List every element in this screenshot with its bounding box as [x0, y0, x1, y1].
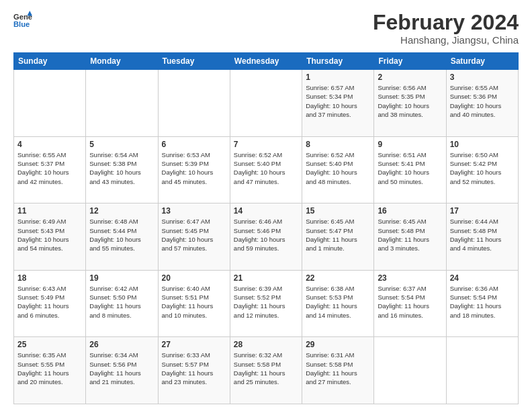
location: Hanshang, Jiangsu, China — [373, 34, 519, 46]
day-info: Sunrise: 6:48 AMSunset: 5:44 PMDaylight:… — [89, 217, 154, 253]
calendar-cell: 11Sunrise: 6:49 AMSunset: 5:43 PMDayligh… — [14, 203, 86, 271]
day-number: 2 — [378, 73, 442, 82]
day-number: 7 — [234, 140, 298, 149]
day-info: Sunrise: 6:36 AMSunset: 5:54 PMDaylight:… — [450, 284, 515, 320]
day-number: 20 — [162, 273, 226, 283]
calendar-cell: 2Sunrise: 6:56 AMSunset: 5:35 PMDaylight… — [374, 70, 446, 137]
day-number: 24 — [450, 273, 515, 283]
col-friday: Friday — [374, 53, 446, 70]
calendar-cell: 4Sunrise: 6:55 AMSunset: 5:37 PMDaylight… — [14, 136, 86, 203]
day-info: Sunrise: 6:37 AMSunset: 5:54 PMDaylight:… — [378, 284, 442, 320]
header: General Blue February 2024 Hanshang, Jia… — [13, 11, 519, 46]
day-info: Sunrise: 6:33 AMSunset: 5:57 PMDaylight:… — [162, 351, 226, 386]
day-number: 1 — [306, 73, 370, 82]
calendar-header-row: Sunday Monday Tuesday Wednesday Thursday… — [14, 53, 519, 70]
day-info: Sunrise: 6:34 AMSunset: 5:56 PMDaylight:… — [89, 351, 154, 386]
day-info: Sunrise: 6:53 AMSunset: 5:39 PMDaylight:… — [162, 150, 226, 186]
calendar-cell: 7Sunrise: 6:52 AMSunset: 5:40 PMDaylight… — [230, 136, 302, 203]
calendar-cell: 25Sunrise: 6:35 AMSunset: 5:55 PMDayligh… — [14, 337, 86, 404]
day-info: Sunrise: 6:38 AMSunset: 5:53 PMDaylight:… — [306, 284, 370, 320]
day-info: Sunrise: 6:50 AMSunset: 5:42 PMDaylight:… — [450, 150, 515, 186]
calendar-table: Sunday Monday Tuesday Wednesday Thursday… — [13, 52, 519, 404]
day-number: 5 — [89, 140, 154, 149]
day-info: Sunrise: 6:44 AMSunset: 5:48 PMDaylight:… — [450, 217, 515, 253]
calendar-cell — [14, 70, 86, 137]
day-number: 27 — [162, 340, 226, 349]
day-number: 3 — [450, 73, 515, 82]
day-info: Sunrise: 6:39 AMSunset: 5:52 PMDaylight:… — [234, 284, 298, 320]
calendar-week-1: 4Sunrise: 6:55 AMSunset: 5:37 PMDaylight… — [14, 136, 519, 203]
calendar-cell: 10Sunrise: 6:50 AMSunset: 5:42 PMDayligh… — [446, 136, 518, 203]
calendar-cell: 1Sunrise: 6:57 AMSunset: 5:34 PMDaylight… — [302, 70, 374, 137]
day-info: Sunrise: 6:56 AMSunset: 5:35 PMDaylight:… — [378, 83, 442, 119]
calendar-week-4: 25Sunrise: 6:35 AMSunset: 5:55 PMDayligh… — [14, 337, 519, 404]
calendar-cell: 9Sunrise: 6:51 AMSunset: 5:41 PMDaylight… — [374, 136, 446, 203]
day-number: 26 — [89, 340, 154, 349]
calendar-cell: 12Sunrise: 6:48 AMSunset: 5:44 PMDayligh… — [86, 203, 158, 271]
day-info: Sunrise: 6:52 AMSunset: 5:40 PMDaylight:… — [234, 150, 298, 186]
title-section: February 2024 Hanshang, Jiangsu, China — [373, 11, 519, 46]
calendar-cell: 18Sunrise: 6:43 AMSunset: 5:49 PMDayligh… — [14, 270, 86, 337]
calendar-cell: 29Sunrise: 6:31 AMSunset: 5:58 PMDayligh… — [302, 337, 374, 404]
day-number: 16 — [378, 206, 442, 216]
col-tuesday: Tuesday — [158, 53, 230, 70]
day-info: Sunrise: 6:32 AMSunset: 5:58 PMDaylight:… — [234, 351, 298, 386]
day-number: 17 — [450, 206, 515, 216]
calendar-cell — [230, 70, 302, 137]
day-number: 15 — [306, 206, 370, 216]
calendar-cell: 24Sunrise: 6:36 AMSunset: 5:54 PMDayligh… — [446, 270, 518, 337]
calendar-cell: 16Sunrise: 6:45 AMSunset: 5:48 PMDayligh… — [374, 203, 446, 271]
day-number: 12 — [89, 206, 154, 216]
calendar-cell: 5Sunrise: 6:54 AMSunset: 5:38 PMDaylight… — [86, 136, 158, 203]
logo-icon: General Blue — [13, 11, 32, 30]
day-info: Sunrise: 6:51 AMSunset: 5:41 PMDaylight:… — [378, 150, 442, 186]
col-thursday: Thursday — [302, 53, 374, 70]
calendar-cell: 17Sunrise: 6:44 AMSunset: 5:48 PMDayligh… — [446, 203, 518, 271]
calendar-cell: 28Sunrise: 6:32 AMSunset: 5:58 PMDayligh… — [230, 337, 302, 404]
day-number: 8 — [306, 140, 370, 149]
calendar-cell: 22Sunrise: 6:38 AMSunset: 5:53 PMDayligh… — [302, 270, 374, 337]
day-info: Sunrise: 6:54 AMSunset: 5:38 PMDaylight:… — [89, 150, 154, 186]
day-info: Sunrise: 6:40 AMSunset: 5:51 PMDaylight:… — [162, 284, 226, 320]
calendar-cell: 23Sunrise: 6:37 AMSunset: 5:54 PMDayligh… — [374, 270, 446, 337]
logo: General Blue — [13, 11, 32, 30]
day-number: 9 — [378, 140, 442, 149]
svg-text:Blue: Blue — [13, 20, 30, 28]
day-number: 6 — [162, 140, 226, 149]
calendar-cell: 8Sunrise: 6:52 AMSunset: 5:40 PMDaylight… — [302, 136, 374, 203]
day-info: Sunrise: 6:47 AMSunset: 5:45 PMDaylight:… — [162, 217, 226, 253]
day-number: 28 — [234, 340, 298, 349]
month-title: February 2024 — [373, 11, 519, 34]
day-info: Sunrise: 6:52 AMSunset: 5:40 PMDaylight:… — [306, 150, 370, 186]
day-number: 29 — [306, 340, 370, 349]
day-number: 23 — [378, 273, 442, 283]
day-number: 13 — [162, 206, 226, 216]
day-number: 18 — [17, 273, 82, 283]
calendar-cell: 13Sunrise: 6:47 AMSunset: 5:45 PMDayligh… — [158, 203, 230, 271]
day-info: Sunrise: 6:43 AMSunset: 5:49 PMDaylight:… — [17, 284, 82, 320]
calendar-cell: 6Sunrise: 6:53 AMSunset: 5:39 PMDaylight… — [158, 136, 230, 203]
day-info: Sunrise: 6:31 AMSunset: 5:58 PMDaylight:… — [306, 351, 370, 386]
day-info: Sunrise: 6:35 AMSunset: 5:55 PMDaylight:… — [17, 351, 82, 386]
day-number: 21 — [234, 273, 298, 283]
day-info: Sunrise: 6:42 AMSunset: 5:50 PMDaylight:… — [89, 284, 154, 320]
day-number: 11 — [17, 206, 82, 216]
col-monday: Monday — [86, 53, 158, 70]
day-info: Sunrise: 6:55 AMSunset: 5:37 PMDaylight:… — [17, 150, 82, 186]
calendar-cell: 14Sunrise: 6:46 AMSunset: 5:46 PMDayligh… — [230, 203, 302, 271]
calendar-cell: 20Sunrise: 6:40 AMSunset: 5:51 PMDayligh… — [158, 270, 230, 337]
day-number: 25 — [17, 340, 82, 349]
calendar-cell: 15Sunrise: 6:45 AMSunset: 5:47 PMDayligh… — [302, 203, 374, 271]
day-number: 10 — [450, 140, 515, 149]
day-info: Sunrise: 6:46 AMSunset: 5:46 PMDaylight:… — [234, 217, 298, 253]
day-number: 14 — [234, 206, 298, 216]
calendar-cell: 21Sunrise: 6:39 AMSunset: 5:52 PMDayligh… — [230, 270, 302, 337]
day-info: Sunrise: 6:45 AMSunset: 5:47 PMDaylight:… — [306, 217, 370, 253]
calendar-week-0: 1Sunrise: 6:57 AMSunset: 5:34 PMDaylight… — [14, 70, 519, 137]
day-number: 19 — [89, 273, 154, 283]
day-number: 4 — [17, 140, 82, 149]
calendar-week-2: 11Sunrise: 6:49 AMSunset: 5:43 PMDayligh… — [14, 203, 519, 271]
calendar-cell — [86, 70, 158, 137]
calendar-cell — [158, 70, 230, 137]
calendar-cell — [446, 337, 518, 404]
